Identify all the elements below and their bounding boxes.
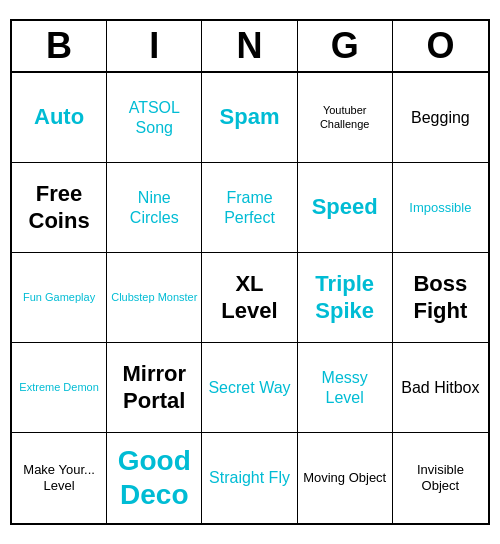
header-letter-N: N <box>202 21 297 71</box>
header-letter-I: I <box>107 21 202 71</box>
bingo-cell-17: Secret Way <box>202 343 297 433</box>
bingo-cell-1: ATSOL Song <box>107 73 202 163</box>
bingo-cell-3: Youtuber Challenge <box>298 73 393 163</box>
bingo-cell-6: Nine Circles <box>107 163 202 253</box>
header-letter-O: O <box>393 21 488 71</box>
header-letter-G: G <box>298 21 393 71</box>
bingo-cell-0: Auto <box>12 73 107 163</box>
bingo-cell-20: Make Your... Level <box>12 433 107 523</box>
bingo-cell-9: Impossible <box>393 163 488 253</box>
bingo-cell-8: Speed <box>298 163 393 253</box>
bingo-cell-14: Boss Fight <box>393 253 488 343</box>
bingo-cell-15: Extreme Demon <box>12 343 107 433</box>
bingo-cell-13: Triple Spike <box>298 253 393 343</box>
bingo-grid: AutoATSOL SongSpamYoutuber ChallengeBegg… <box>12 73 488 523</box>
bingo-header: BINGO <box>12 21 488 73</box>
bingo-cell-4: Begging <box>393 73 488 163</box>
bingo-cell-5: Free Coins <box>12 163 107 253</box>
bingo-cell-18: Messy Level <box>298 343 393 433</box>
bingo-cell-22: Straight Fly <box>202 433 297 523</box>
bingo-cell-19: Bad Hitbox <box>393 343 488 433</box>
bingo-cell-24: Invisible Object <box>393 433 488 523</box>
bingo-cell-23: Moving Object <box>298 433 393 523</box>
bingo-cell-2: Spam <box>202 73 297 163</box>
bingo-cell-10: Fun Gameplay <box>12 253 107 343</box>
bingo-cell-12: XL Level <box>202 253 297 343</box>
bingo-cell-11: Clubstep Monster <box>107 253 202 343</box>
bingo-cell-7: Frame Perfect <box>202 163 297 253</box>
header-letter-B: B <box>12 21 107 71</box>
bingo-card: BINGO AutoATSOL SongSpamYoutuber Challen… <box>10 19 490 525</box>
bingo-cell-16: Mirror Portal <box>107 343 202 433</box>
bingo-cell-21: Good Deco <box>107 433 202 523</box>
